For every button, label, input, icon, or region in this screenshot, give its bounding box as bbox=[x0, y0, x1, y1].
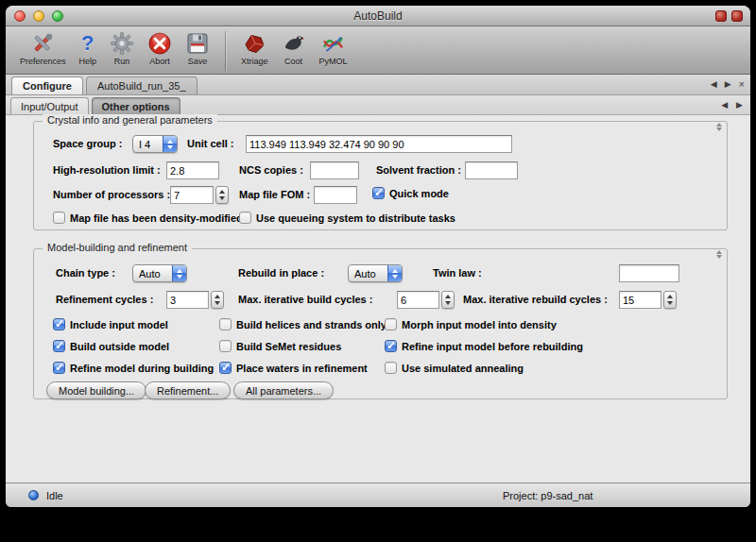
model-row-2: Refinement cycles : Max. iterative build… bbox=[34, 291, 727, 310]
zoom-window-button[interactable] bbox=[52, 10, 63, 22]
unit-cell-input[interactable] bbox=[246, 135, 512, 153]
crystal-row-4: Map file has been density-modified Use q… bbox=[34, 211, 727, 229]
tab-close-icon[interactable]: × bbox=[739, 79, 745, 90]
model-checkbox-row-2: Build outside model Build SeMet residues… bbox=[34, 339, 727, 358]
place-waters-checkbox[interactable] bbox=[219, 362, 232, 374]
model-building-group: Model-building and refinement Chain type… bbox=[33, 248, 728, 399]
queueing-label: Use queueing system to distribute tasks bbox=[256, 212, 455, 224]
map-fom-input[interactable] bbox=[314, 186, 357, 204]
quick-mode-checkbox[interactable] bbox=[372, 187, 385, 199]
processors-label: Number of processors : bbox=[53, 189, 170, 200]
solvent-fraction-label: Solvent fraction : bbox=[376, 164, 461, 176]
max-build-cycles-label: Max. iterative build cycles : bbox=[238, 294, 372, 305]
include-input-model-label: Include input model bbox=[70, 319, 168, 330]
panel-scroll-arrows[interactable] bbox=[716, 123, 722, 131]
space-group-select[interactable]: I 4 bbox=[132, 135, 178, 153]
space-group-value: I 4 bbox=[133, 136, 163, 152]
chain-type-label: Chain type : bbox=[56, 267, 115, 279]
high-res-input[interactable] bbox=[166, 161, 219, 179]
preferences-button[interactable]: Preferences bbox=[13, 28, 73, 66]
refinement-cycles-stepper[interactable] bbox=[211, 291, 224, 309]
build-helices-label: Build helices and strands only bbox=[236, 319, 387, 330]
model-building-button[interactable]: Model building... bbox=[46, 381, 146, 399]
twin-law-input[interactable] bbox=[619, 264, 679, 282]
crystal-info-group: Crystal info and general parameters Spac… bbox=[33, 121, 728, 230]
build-outside-model-checkbox[interactable] bbox=[53, 340, 65, 352]
gear-icon bbox=[110, 30, 134, 57]
refinement-cycles-input[interactable] bbox=[166, 291, 209, 309]
panel-scroll-arrows[interactable] bbox=[716, 250, 722, 259]
rebuild-in-place-select[interactable]: Auto bbox=[348, 264, 403, 282]
toolbar-item-label: Xtriage bbox=[241, 57, 268, 66]
max-build-cycles-input[interactable] bbox=[397, 291, 439, 309]
simulated-annealing-checkbox[interactable] bbox=[385, 362, 397, 374]
titlebar-red-icon-2[interactable] bbox=[731, 10, 743, 22]
build-helices-checkbox[interactable] bbox=[219, 318, 232, 330]
toolbar-item-label: Abort bbox=[149, 57, 170, 66]
refine-before-rebuilding-label: Refine input model before rebuilding bbox=[402, 341, 583, 352]
morph-model-checkbox[interactable] bbox=[385, 318, 397, 330]
crystal-row-3: Number of processors : Map file FOM : Qu… bbox=[34, 186, 727, 205]
model-checkbox-row-1: Include input model Build helices and st… bbox=[34, 317, 727, 336]
morph-model-row: Morph input model into density bbox=[385, 318, 557, 330]
pymol-button[interactable]: PyMOL bbox=[313, 28, 354, 66]
refinement-cycles-label: Refinement cycles : bbox=[56, 294, 153, 305]
save-button[interactable]: Save bbox=[179, 28, 216, 66]
chain-type-select[interactable]: Auto bbox=[132, 264, 187, 282]
density-modified-checkbox-row: Map file has been density-modified bbox=[53, 212, 243, 224]
model-buttons-row: Model building... Refinement... All para… bbox=[34, 381, 727, 400]
processors-stepper[interactable] bbox=[215, 186, 229, 204]
max-build-cycles-stepper[interactable] bbox=[441, 291, 455, 309]
build-semet-checkbox[interactable] bbox=[219, 340, 232, 352]
coot-button[interactable]: Coot bbox=[275, 28, 313, 66]
minimize-window-button[interactable] bbox=[33, 10, 44, 22]
model-building-group-title: Model-building and refinement bbox=[43, 242, 192, 253]
model-checkbox-row-3: Refine model during building Place water… bbox=[34, 361, 727, 380]
tab-configure[interactable]: Configure bbox=[11, 76, 83, 94]
tab-input-output[interactable]: Input/Output bbox=[10, 97, 89, 114]
help-button[interactable]: ? Help bbox=[73, 28, 104, 66]
titlebar-extra-icons bbox=[715, 10, 743, 22]
abort-button[interactable]: Abort bbox=[141, 28, 179, 66]
combo-arrows-icon bbox=[387, 265, 402, 281]
tab-other-options[interactable]: Other options bbox=[92, 97, 180, 114]
max-rebuild-cycles-input[interactable] bbox=[619, 291, 662, 309]
high-res-label: High-resolution limit : bbox=[53, 164, 161, 176]
processors-input[interactable] bbox=[170, 186, 214, 204]
tab-autobuild-run[interactable]: AutoBuild_run_35_ bbox=[86, 76, 198, 94]
ncs-copies-input[interactable] bbox=[310, 161, 359, 179]
page-tab-scroll-controls: ◀ ▶ bbox=[721, 100, 743, 110]
tab-scroll-right-icon[interactable]: ▶ bbox=[725, 80, 731, 89]
max-rebuild-cycles-label: Max. iterative rebuild cycles : bbox=[463, 294, 608, 305]
page-tab-scroll-right-icon[interactable]: ▶ bbox=[736, 100, 743, 110]
crystal-row-2: High-resolution limit : NCS copies : Sol… bbox=[34, 161, 727, 180]
close-window-button[interactable] bbox=[14, 10, 26, 22]
quick-mode-label: Quick mode bbox=[389, 188, 449, 199]
toolbar-item-label: Preferences bbox=[20, 57, 66, 66]
refine-during-building-checkbox[interactable] bbox=[53, 362, 65, 374]
all-parameters-button[interactable]: All parameters... bbox=[233, 381, 334, 399]
page-tab-scroll-left-icon[interactable]: ◀ bbox=[721, 100, 728, 110]
run-button[interactable]: Run bbox=[103, 28, 141, 66]
queueing-checkbox[interactable] bbox=[239, 212, 251, 224]
map-fom-label: Map file FOM : bbox=[239, 189, 310, 200]
toolbar-item-label: Coot bbox=[284, 57, 302, 66]
solvent-fraction-input[interactable] bbox=[465, 161, 518, 179]
build-helices-row: Build helices and strands only bbox=[219, 318, 387, 330]
refine-before-rebuilding-checkbox[interactable] bbox=[385, 340, 397, 352]
crystal-info-group-title: Crystal info and general parameters bbox=[43, 114, 217, 126]
density-modified-checkbox[interactable] bbox=[53, 212, 65, 224]
red-x-circle-icon bbox=[147, 30, 172, 57]
refinement-button[interactable]: Refinement... bbox=[145, 381, 231, 399]
max-rebuild-cycles-stepper[interactable] bbox=[663, 291, 677, 309]
unit-cell-label: Unit cell : bbox=[187, 138, 234, 149]
xtriage-button[interactable]: Xtriage bbox=[234, 28, 275, 66]
app-window: AutoBuild Preferences ? Help bbox=[6, 6, 750, 507]
include-input-model-checkbox[interactable] bbox=[53, 318, 65, 330]
twin-law-label: Twin law : bbox=[433, 267, 482, 279]
page-tab-bar: Input/Output Other options ◀ ▶ bbox=[6, 95, 750, 115]
document-tab-bar: Configure AutoBuild_run_35_ ◀ ▶ × bbox=[6, 75, 750, 95]
tab-scroll-left-icon[interactable]: ◀ bbox=[711, 80, 717, 89]
titlebar-red-icon-1[interactable] bbox=[715, 10, 727, 22]
build-outside-model-row: Build outside model bbox=[53, 340, 169, 352]
